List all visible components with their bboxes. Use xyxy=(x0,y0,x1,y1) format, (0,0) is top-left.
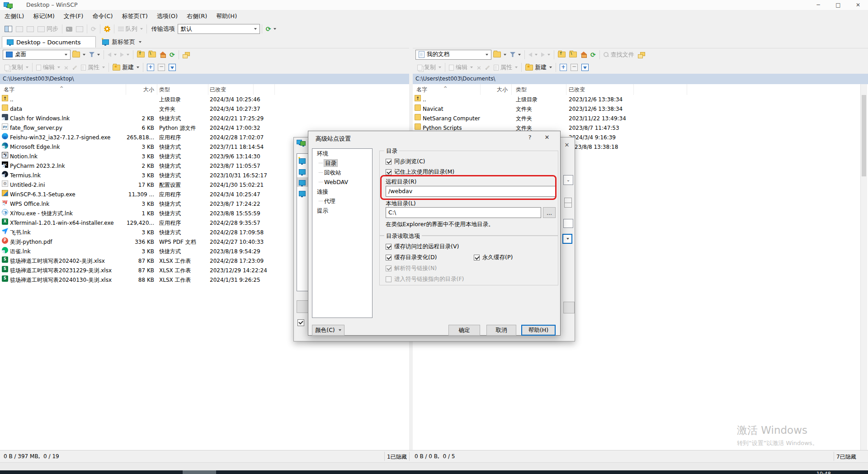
left-tree-button[interactable] xyxy=(181,49,191,60)
file-row[interactable]: ..上级目录2023/12/6 13:38:34 xyxy=(413,95,860,104)
column-header-type[interactable]: 类型 xyxy=(516,86,565,94)
login-spin-fragment[interactable] xyxy=(564,198,572,208)
login-combo-fragment[interactable] xyxy=(562,234,572,244)
sync-browsing-checkbox[interactable]: 同步浏览(C) xyxy=(386,158,425,165)
right-home-dir-button[interactable] xyxy=(579,49,589,60)
left-refresh-button[interactable]: ⟳ xyxy=(168,49,177,60)
left-drive-combo[interactable]: 桌面 xyxy=(3,50,71,60)
dialog-tree-item[interactable]: 连接 xyxy=(312,187,372,196)
right-path-bar[interactable]: C:\Users\test003\Documents\ xyxy=(413,74,868,84)
dialog-tree-item[interactable]: 环境 xyxy=(312,149,372,158)
right-refresh-button[interactable]: ⟳ xyxy=(589,49,598,60)
dialog-tree-item[interactable]: WebDAV xyxy=(312,177,372,187)
transfer-mode-button[interactable]: ⟳ xyxy=(264,24,278,34)
left-path-bar[interactable]: C:\Users\test003\Desktop\ xyxy=(0,74,409,84)
right-edit-button[interactable]: 编辑 xyxy=(447,62,475,73)
console-button[interactable] xyxy=(64,24,74,34)
left-rename-button[interactable] xyxy=(71,62,79,73)
right-rename-button[interactable] xyxy=(483,62,492,73)
right-select-button[interactable]: + xyxy=(558,62,569,73)
right-properties-button[interactable]: 属性 xyxy=(492,62,519,73)
add-bookmark-button[interactable] xyxy=(74,24,85,34)
right-parent-dir-button[interactable]: ↑ xyxy=(556,49,567,60)
right-root-dir-button[interactable]: \ xyxy=(567,49,579,60)
dialog-tree-item[interactable]: 代理 xyxy=(312,196,372,206)
synchronize-button[interactable]: 同步 xyxy=(36,24,60,34)
menu-item[interactable]: 右侧(R) xyxy=(182,10,212,22)
column-header-modified[interactable]: 已改变 xyxy=(210,86,273,94)
close-button[interactable]: ✕ xyxy=(849,0,867,10)
left-hidden-badge[interactable]: 1已隐藏 xyxy=(387,453,407,461)
refresh-session-button[interactable]: ⟳ xyxy=(89,24,98,34)
sync-browsing-button[interactable] xyxy=(14,24,25,34)
scrollbar-thumb[interactable] xyxy=(862,95,866,176)
column-header-name[interactable]: 名字 xyxy=(416,86,427,94)
right-filter-button[interactable] xyxy=(508,49,523,60)
menu-item[interactable]: 文件(F) xyxy=(59,10,88,22)
right-hidden-badge[interactable]: 7已隐藏 xyxy=(836,453,856,461)
minimize-button[interactable]: ─ xyxy=(809,0,827,10)
taskbar-app-button[interactable] xyxy=(183,470,216,474)
left-back-button[interactable] xyxy=(106,49,118,60)
left-edit-button[interactable]: 编辑 xyxy=(34,62,62,73)
left-delete-button[interactable]: × xyxy=(62,62,71,73)
menu-item[interactable]: 命令(C) xyxy=(88,10,117,22)
left-unselect-button[interactable]: − xyxy=(156,62,167,73)
file-row[interactable]: ..上级目录2024/3/4 10:25:46 xyxy=(0,95,409,104)
login-button-fragment2[interactable] xyxy=(563,302,575,313)
queue-button[interactable]: 队列 xyxy=(116,24,145,34)
right-unselect-button[interactable]: − xyxy=(569,62,580,73)
follow-symlinks-checkbox[interactable]: 进入符号链接指向的目录(F) xyxy=(386,275,464,283)
column-header-size[interactable]: 大小 xyxy=(126,86,154,94)
preferences-button[interactable] xyxy=(102,24,112,34)
left-invert-selection-button[interactable] xyxy=(167,62,178,73)
left-copy-button[interactable]: 复制 xyxy=(3,62,30,73)
windows-taskbar[interactable]: 10:48 xyxy=(0,470,868,474)
cache-changes-checkbox[interactable]: 缓存目录变化(D) xyxy=(386,254,437,261)
right-new-button[interactable]: ★新建 xyxy=(524,62,554,73)
cache-visited-checkbox[interactable]: 缓存访问过的远程目录(V) xyxy=(386,243,459,250)
color-button[interactable]: 颜色(C) xyxy=(312,325,344,336)
maximize-button[interactable]: □ xyxy=(829,0,847,10)
menu-item[interactable]: 帮助(H) xyxy=(212,10,241,22)
dialog-tree-item[interactable]: 提示 xyxy=(312,206,372,215)
left-new-button[interactable]: ★新建 xyxy=(111,62,141,73)
help-button[interactable]: 帮助(H) xyxy=(521,325,556,336)
file-row[interactable]: data文件夹2024/3/4 10:27:37 xyxy=(0,104,409,114)
tab-new-session[interactable]: 新标签页 xyxy=(98,36,152,47)
left-forward-button[interactable] xyxy=(118,49,131,60)
permanent-cache-checkbox[interactable]: 永久缓存(P) xyxy=(474,254,513,261)
local-dir-input[interactable]: C:\ xyxy=(386,207,541,218)
column-header-name[interactable]: 名字 xyxy=(4,86,14,94)
left-home-dir-button[interactable] xyxy=(158,49,168,60)
right-copy-button[interactable]: 复制 xyxy=(415,62,443,73)
menu-item[interactable]: 选项(O) xyxy=(152,10,182,22)
dialog-help-icon[interactable]: ? xyxy=(523,132,537,143)
file-row[interactable]: Clash for Windows.lnk2 KB快捷方式2024/2/21 1… xyxy=(0,114,409,123)
right-invert-selection-button[interactable] xyxy=(580,62,590,73)
column-header-size[interactable]: 大小 xyxy=(480,86,508,94)
mirror-button[interactable] xyxy=(25,24,36,34)
login-button-fragment[interactable] xyxy=(297,300,308,313)
file-row[interactable]: Navicat文件夹2023/12/6 13:38:34 xyxy=(413,104,860,114)
right-forward-button[interactable] xyxy=(539,49,552,60)
remote-dir-input[interactable]: /webdav xyxy=(386,186,556,197)
left-parent-dir-button[interactable]: ↑ xyxy=(135,49,146,60)
right-panel-scrollbar[interactable] xyxy=(860,84,867,450)
transfer-settings-combo[interactable]: 默认 xyxy=(178,24,260,34)
menu-item[interactable]: 标记(M) xyxy=(28,10,59,22)
toggle-panes-button[interactable] xyxy=(3,24,14,34)
left-properties-button[interactable]: 属性 xyxy=(79,62,107,73)
remember-last-dir-checkbox[interactable]: 记住上次使用的目录(M) xyxy=(386,168,454,175)
browse-button[interactable]: ... xyxy=(543,207,556,218)
right-back-button[interactable] xyxy=(527,49,539,60)
left-open-dir-button[interactable] xyxy=(71,49,87,60)
dialog-tree-item[interactable]: 目录 xyxy=(312,158,372,168)
right-find-files-button[interactable]: 查找文件 xyxy=(602,49,636,60)
login-dropdown-fragment[interactable]: ⌄ xyxy=(563,175,573,185)
dialog-tree-item[interactable]: 回收站 xyxy=(312,168,372,177)
column-header-type[interactable]: 类型 xyxy=(159,86,206,94)
right-open-dir-button[interactable] xyxy=(491,49,508,60)
file-row[interactable]: NetSarang Computer文件夹2023/11/22 13:49:34 xyxy=(413,114,860,123)
login-checkbox-fragment[interactable] xyxy=(297,319,304,326)
